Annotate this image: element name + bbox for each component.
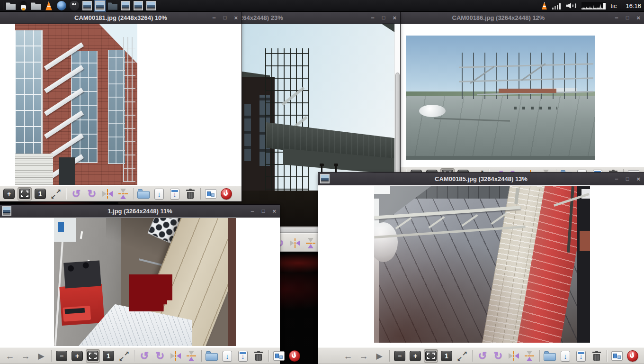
- quit-button[interactable]: [287, 349, 302, 363]
- quit-button[interactable]: [626, 349, 640, 363]
- save-button[interactable]: ↓: [220, 349, 234, 363]
- chromium-browser-taskbar-button[interactable]: [57, 1, 66, 10]
- delete-button[interactable]: [183, 187, 197, 200]
- zoom-out-button[interactable]: −: [393, 349, 407, 363]
- rotate-ccw-button[interactable]: ↺: [69, 187, 83, 200]
- previous-icon: ←: [6, 352, 15, 361]
- panel-handle[interactable]: [3, 1, 4, 10]
- titlebar[interactable]: 1.jpg (3264x2448) 11% − □ ×: [0, 205, 280, 218]
- zoom-in-button[interactable]: +: [2, 187, 16, 200]
- flip-horizontal-button[interactable]: [100, 187, 115, 200]
- titlebar[interactable]: CAM00185.jpg (3264x2448) 13% − □ ×: [318, 173, 644, 185]
- flip-vertical-button[interactable]: [304, 237, 318, 250]
- close-button[interactable]: ×: [636, 15, 640, 21]
- maximize-button[interactable]: □: [626, 176, 629, 182]
- fit-icon: [19, 189, 30, 199]
- save-button[interactable]: ↓: [152, 187, 166, 200]
- close-button[interactable]: ×: [636, 176, 640, 182]
- image-viewer-taskbar-button[interactable]: [146, 1, 156, 10]
- fit-icon: [425, 351, 437, 361]
- normal-size-icon: 1: [35, 189, 46, 199]
- save-button[interactable]: ↓: [558, 349, 572, 363]
- minimize-button[interactable]: −: [615, 15, 618, 21]
- fullscreen-button[interactable]: ↗↙: [117, 349, 131, 363]
- flip-vertical-button[interactable]: [184, 349, 198, 363]
- rotate-ccw-button[interactable]: ↺: [137, 349, 152, 363]
- zoom-in-button[interactable]: +: [70, 349, 84, 363]
- preferences-button[interactable]: [204, 187, 218, 200]
- open-button[interactable]: [205, 349, 219, 363]
- next-button[interactable]: →: [357, 349, 371, 363]
- gimp-taskbar-button[interactable]: [70, 1, 79, 10]
- roof-dome-skylight: [419, 105, 446, 117]
- preferences-button[interactable]: [272, 349, 286, 363]
- toolbar: ←→▶−+1↗↙↺↻↓↓: [0, 347, 280, 364]
- minimize-button[interactable]: −: [250, 208, 254, 214]
- save-as-button[interactable]: ↓: [168, 187, 182, 200]
- close-button[interactable]: ×: [393, 15, 396, 21]
- rotate-cw-button[interactable]: ↻: [153, 349, 167, 363]
- fit-button[interactable]: [424, 349, 438, 363]
- delete-button[interactable]: [590, 349, 604, 363]
- cpu-graph-icon[interactable]: [581, 2, 606, 9]
- preferences-button[interactable]: [610, 349, 624, 363]
- zoom-out-button[interactable]: −: [54, 349, 69, 363]
- open-button[interactable]: [136, 187, 151, 200]
- normal-size-button[interactable]: 1: [101, 349, 116, 363]
- open-button[interactable]: [543, 349, 557, 363]
- tux-linux-taskbar-button[interactable]: [20, 1, 27, 10]
- normal-size-button[interactable]: 1: [33, 187, 47, 200]
- zoom-in-button[interactable]: +: [408, 349, 422, 363]
- flip-horizontal-button[interactable]: [288, 237, 302, 250]
- maximize-button[interactable]: □: [626, 15, 629, 20]
- rotate-cw-button[interactable]: ↻: [491, 349, 505, 363]
- rotate-ccw-button[interactable]: ↺: [475, 349, 490, 363]
- minimize-button[interactable]: −: [371, 15, 375, 21]
- quit-button[interactable]: [219, 187, 233, 200]
- play-slideshow-button[interactable]: ▶: [34, 349, 48, 363]
- minimize-button[interactable]: −: [615, 176, 618, 182]
- titlebar[interactable]: CAM00181.jpg (2448x3264) 10% − □ ×: [0, 12, 242, 24]
- fullscreen-button[interactable]: ↗↙: [49, 187, 63, 200]
- image-viewer-taskbar-button[interactable]: [134, 1, 143, 10]
- next-button[interactable]: →: [18, 349, 33, 363]
- normal-size-button[interactable]: 1: [439, 349, 454, 363]
- folder-taskbar-button[interactable]: [31, 1, 41, 10]
- maximize-button[interactable]: □: [382, 15, 385, 20]
- fullscreen-button[interactable]: ↗↙: [455, 349, 469, 363]
- clock[interactable]: 16:16: [626, 2, 641, 9]
- play-slideshow-button[interactable]: ▶: [372, 349, 386, 363]
- flip-vertical-icon: [306, 237, 315, 249]
- rotate-cw-button[interactable]: ↻: [85, 187, 99, 200]
- image-viewer-active-taskbar-button[interactable]: [95, 1, 105, 10]
- flip-horizontal-button[interactable]: [507, 349, 521, 363]
- minimize-button[interactable]: −: [212, 15, 216, 21]
- vlc-cone-taskbar-button[interactable]: [44, 1, 54, 10]
- flip-vertical-button[interactable]: [116, 187, 130, 200]
- fit-button[interactable]: [18, 187, 32, 200]
- image-viewer-taskbar-button[interactable]: [82, 1, 92, 10]
- previous-button[interactable]: ←: [3, 349, 17, 363]
- network-signal-icon[interactable]: [552, 2, 562, 9]
- rotate-ccw-icon: ↺: [72, 189, 80, 199]
- vlc-tray-icon[interactable]: [540, 2, 548, 10]
- previous-button[interactable]: ←: [341, 349, 355, 363]
- fit-button[interactable]: [86, 349, 100, 363]
- save-as-button[interactable]: ↓: [236, 349, 250, 363]
- flip-horizontal-button[interactable]: [169, 349, 183, 363]
- close-button[interactable]: ×: [234, 15, 238, 21]
- volume-icon[interactable]: [566, 2, 577, 9]
- quit-icon: [221, 188, 232, 200]
- flip-vertical-button[interactable]: [522, 349, 537, 363]
- maximize-button[interactable]: □: [224, 15, 227, 20]
- maximize-button[interactable]: □: [262, 209, 265, 214]
- home-folder-taskbar-button[interactable]: [6, 1, 16, 10]
- taskbar-window-buttons: [6, 1, 156, 10]
- image-viewer-taskbar-button[interactable]: [121, 1, 130, 10]
- delete-button[interactable]: [251, 349, 266, 363]
- desktop: CAM00186.jpg (3264x2448) 12% − □ ×: [0, 0, 644, 364]
- save-as-button[interactable]: ↓: [574, 349, 588, 363]
- toolbar-separator: [134, 350, 134, 362]
- close-button[interactable]: ×: [272, 208, 276, 214]
- folder-dark-taskbar-button[interactable]: [108, 1, 117, 10]
